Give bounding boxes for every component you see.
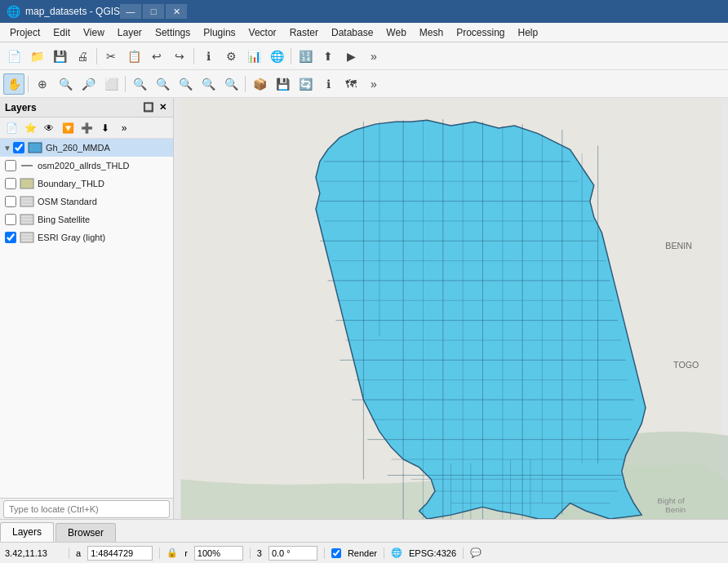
render-checkbox[interactable] [331,548,341,558]
map-tool-btn-5[interactable]: 🔍 [129,73,150,95]
layer-checkbox-esri[interactable] [5,232,16,243]
menu-bar: ProjectEditViewLayerSettingsPluginsVecto… [0,23,728,42]
toolbar-btn-3[interactable]: 🖨 [72,46,93,67]
layer-item-boundary[interactable]: Boundary_THLD [0,175,173,193]
layer-styling-button[interactable]: ⭐ [21,120,39,136]
main-toolbar: 📄📁💾🖨✂📋↩↪ℹ⚙📊🌐🔢⬆▶» [0,42,728,70]
menu-item-mesh[interactable]: Mesh [413,25,450,40]
map-tool-btn-2[interactable]: 🔍 [55,73,76,95]
status-bar: 3.42,11.13 a 🔒 r 3 Render 🌐 EPSG:4326 💬 [0,542,728,563]
toolbar-btn-8[interactable]: ℹ [198,46,219,67]
layers-close-button[interactable]: ✕ [158,101,168,113]
toolbar-btn-12[interactable]: 🔢 [295,46,316,67]
svg-rect-3 [20,197,33,206]
layer-item-esri[interactable]: ESRI Gray (light) [0,228,173,246]
map-tool-btn-3[interactable]: 🔎 [78,73,99,95]
toolbar-btn-9[interactable]: ⚙ [220,46,242,67]
layer-checkbox-bing[interactable] [5,214,16,225]
toolbar-btn-11[interactable]: 🌐 [266,46,287,67]
map-tool-btn-1[interactable]: ⊕ [32,73,53,95]
toolbar-more-button[interactable]: » [363,46,384,67]
layers-toolbar: 📄 ⭐ 👁 🔽 ➕ ⬇ » [0,117,173,139]
menu-item-plugins[interactable]: Plugins [197,25,242,40]
toolbar-btn-0[interactable]: 📄 [3,46,24,67]
map-area[interactable]: BENIN TOGO Bight of Benin [174,98,728,519]
toolbar-btn-7[interactable]: ↪ [169,46,190,67]
layer-checkbox-osm2020[interactable] [5,160,16,171]
map-tool-btn-8[interactable]: 🔍 [198,73,219,95]
tab-layers[interactable]: Layers [0,522,54,542]
tab-browser[interactable]: Browser [55,523,116,542]
menu-item-settings[interactable]: Settings [149,25,197,40]
menu-item-processing[interactable]: Processing [450,25,511,40]
toolbar-btn-14[interactable]: ▶ [340,46,362,67]
messages-icon[interactable]: 💬 [470,547,482,558]
menu-item-raster[interactable]: Raster [283,25,325,40]
toolbar-btn-13[interactable]: ⬆ [317,46,339,67]
status-sep-4 [324,547,325,559]
map-tool-btn-12[interactable]: 🔄 [295,73,316,95]
map-tool-btn-6[interactable]: 🔍 [152,73,173,95]
toolbar-btn-5[interactable]: 📋 [123,46,144,67]
bight-label: Bight of [658,496,685,505]
toggle-visibility-button[interactable]: 👁 [40,120,58,136]
more-layers-button[interactable]: » [115,120,133,136]
scale-input[interactable] [87,546,153,561]
layer-icon-osm_standard [20,196,34,207]
toolbar-btn-1[interactable]: 📁 [26,46,47,67]
toolbar-btn-4[interactable]: ✂ [100,46,122,67]
menu-item-project[interactable]: Project [3,25,47,40]
manage-layers-button[interactable]: ⬇ [96,120,114,136]
minimize-button[interactable]: — [120,4,141,19]
toolbar-btn-2[interactable]: 💾 [49,46,70,67]
svg-rect-9 [20,233,33,242]
menu-item-web[interactable]: Web [380,25,412,40]
layer-icon-boundary [20,178,34,189]
map-tool-btn-7[interactable]: 🔍 [175,73,196,95]
add-group-button[interactable]: ➕ [78,120,95,136]
menu-item-edit[interactable]: Edit [47,25,77,40]
rotation-input[interactable] [269,546,317,561]
map-tool-btn-0[interactable]: ✋ [3,73,24,95]
layer-item-bing[interactable]: Bing Satellite [0,211,173,228]
layer-item-osm_standard[interactable]: OSM Standard [0,193,173,211]
layer-checkbox-boundary[interactable] [5,178,16,189]
filter-layers-button[interactable]: 🔽 [59,120,77,136]
lock-icon: 🔒 [166,547,178,558]
crs-globe-icon: 🌐 [391,547,402,558]
map-tool-btn-4[interactable]: ⬜ [100,73,122,95]
menu-item-view[interactable]: View [77,25,111,40]
map-tool-btn-13[interactable]: ℹ [317,73,339,95]
zoom-input[interactable] [194,546,243,561]
toolbar-btn-6[interactable]: ↩ [146,46,167,67]
close-button[interactable]: ✕ [166,4,187,19]
layer-item-gh260[interactable]: ▼Gh_260_MMDA [0,139,173,157]
layer-checkbox-gh260[interactable] [13,142,24,153]
layer-item-osm2020[interactable]: osm2020_allrds_THLD [0,157,173,175]
layers-dock-button[interactable]: 🔲 [141,101,156,113]
maximize-button[interactable]: □ [143,4,164,19]
window-title: map_datasets - QGIS [25,6,120,17]
map-tool-btn-10[interactable]: 📦 [249,73,270,95]
layer-expand-gh260[interactable]: ▼ [3,144,11,153]
layer-checkbox-osm_standard[interactable] [5,196,16,207]
status-sep-1 [69,547,69,559]
map-tool-btn-14[interactable]: 🗺 [340,73,362,95]
locate-bar [0,498,173,519]
map-tool-btn-9[interactable]: 🔍 [220,73,242,95]
map-tool-btn-11[interactable]: 💾 [272,73,293,95]
rotation-label: 3 [257,548,262,558]
menu-item-layer[interactable]: Layer [111,25,149,40]
menu-item-database[interactable]: Database [325,25,380,40]
toolbar-btn-10[interactable]: 📊 [243,46,264,67]
menu-item-help[interactable]: Help [512,25,545,40]
menu-item-vector[interactable]: Vector [242,25,283,40]
layer-icon-bing [20,214,34,225]
layers-title: Layers [5,102,37,113]
layer-icon-osm2020 [20,160,34,171]
map-toolbar: ✋⊕🔍🔎⬜🔍🔍🔍🔍🔍📦💾🔄ℹ🗺» [0,70,728,98]
map-tool-btn-15[interactable]: » [363,73,384,95]
locate-input[interactable] [3,500,170,518]
map-canvas: BENIN TOGO Bight of Benin [174,98,728,519]
add-layer-button[interactable]: 📄 [2,120,20,136]
